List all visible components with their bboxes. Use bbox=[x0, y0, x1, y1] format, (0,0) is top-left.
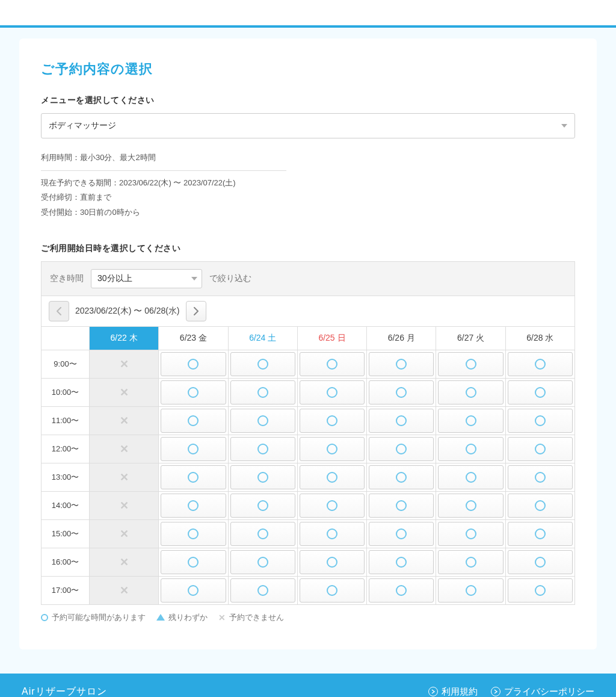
privacy-link[interactable]: プライバシーポリシー bbox=[491, 686, 594, 697]
calendar-cell[interactable] bbox=[367, 406, 436, 435]
slot-available-button[interactable] bbox=[508, 522, 573, 546]
slot-available-button[interactable] bbox=[438, 380, 503, 404]
slot-available-button[interactable] bbox=[230, 522, 295, 546]
calendar-cell[interactable] bbox=[436, 519, 505, 548]
slot-available-button[interactable] bbox=[230, 578, 295, 603]
slot-available-button[interactable] bbox=[300, 550, 365, 574]
slot-available-button[interactable] bbox=[230, 437, 295, 461]
slot-available-button[interactable] bbox=[438, 352, 503, 376]
slot-available-button[interactable] bbox=[300, 409, 365, 433]
calendar-cell[interactable] bbox=[367, 463, 436, 491]
calendar-cell[interactable] bbox=[159, 548, 228, 576]
slot-available-button[interactable] bbox=[161, 352, 226, 376]
calendar-cell[interactable] bbox=[505, 548, 574, 576]
calendar-cell[interactable] bbox=[159, 406, 228, 435]
calendar-cell[interactable] bbox=[367, 435, 436, 463]
calendar-cell[interactable] bbox=[159, 378, 228, 406]
slot-available-button[interactable] bbox=[508, 437, 573, 461]
calendar-cell[interactable] bbox=[159, 491, 228, 519]
calendar-cell[interactable] bbox=[228, 576, 297, 604]
slot-available-button[interactable] bbox=[369, 465, 434, 489]
slot-available-button[interactable] bbox=[438, 437, 503, 461]
calendar-cell[interactable] bbox=[436, 435, 505, 463]
calendar-cell[interactable] bbox=[228, 435, 297, 463]
calendar-cell[interactable] bbox=[228, 378, 297, 406]
calendar-cell[interactable] bbox=[297, 519, 366, 548]
slot-available-button[interactable] bbox=[230, 380, 295, 404]
slot-available-button[interactable] bbox=[161, 522, 226, 546]
calendar-cell[interactable] bbox=[367, 491, 436, 519]
calendar-cell[interactable] bbox=[367, 350, 436, 378]
calendar-cell[interactable] bbox=[367, 519, 436, 548]
slot-available-button[interactable] bbox=[508, 352, 573, 376]
calendar-cell[interactable] bbox=[436, 491, 505, 519]
calendar-cell[interactable] bbox=[297, 406, 366, 435]
calendar-cell[interactable] bbox=[436, 406, 505, 435]
slot-available-button[interactable] bbox=[369, 578, 434, 603]
slot-available-button[interactable] bbox=[300, 578, 365, 603]
slot-available-button[interactable] bbox=[369, 437, 434, 461]
calendar-cell[interactable] bbox=[159, 350, 228, 378]
calendar-cell[interactable] bbox=[228, 406, 297, 435]
terms-link[interactable]: 利用規約 bbox=[428, 686, 478, 697]
slot-available-button[interactable] bbox=[161, 578, 226, 603]
calendar-cell[interactable] bbox=[159, 463, 228, 491]
calendar-cell[interactable] bbox=[159, 435, 228, 463]
slot-available-button[interactable] bbox=[300, 352, 365, 376]
slot-available-button[interactable] bbox=[369, 550, 434, 574]
calendar-cell[interactable] bbox=[505, 378, 574, 406]
slot-available-button[interactable] bbox=[300, 465, 365, 489]
calendar-cell[interactable] bbox=[228, 463, 297, 491]
slot-available-button[interactable] bbox=[161, 409, 226, 433]
calendar-cell[interactable] bbox=[505, 463, 574, 491]
slot-available-button[interactable] bbox=[508, 578, 573, 603]
calendar-cell[interactable] bbox=[436, 548, 505, 576]
calendar-cell[interactable] bbox=[297, 378, 366, 406]
calendar-cell[interactable] bbox=[367, 576, 436, 604]
calendar-cell[interactable] bbox=[228, 519, 297, 548]
slot-available-button[interactable] bbox=[161, 380, 226, 404]
slot-available-button[interactable] bbox=[438, 465, 503, 489]
calendar-cell[interactable] bbox=[367, 548, 436, 576]
slot-available-button[interactable] bbox=[369, 409, 434, 433]
slot-available-button[interactable] bbox=[230, 409, 295, 433]
slot-available-button[interactable] bbox=[508, 465, 573, 489]
slot-available-button[interactable] bbox=[508, 409, 573, 433]
slot-available-button[interactable] bbox=[300, 437, 365, 461]
slot-available-button[interactable] bbox=[230, 465, 295, 489]
calendar-cell[interactable] bbox=[505, 491, 574, 519]
slot-available-button[interactable] bbox=[369, 380, 434, 404]
calendar-cell[interactable] bbox=[297, 463, 366, 491]
calendar-cell[interactable] bbox=[436, 576, 505, 604]
prev-week-button[interactable] bbox=[49, 301, 69, 321]
slot-available-button[interactable] bbox=[230, 494, 295, 518]
calendar-cell[interactable] bbox=[297, 435, 366, 463]
slot-available-button[interactable] bbox=[438, 494, 503, 518]
slot-available-button[interactable] bbox=[438, 522, 503, 546]
calendar-cell[interactable] bbox=[159, 576, 228, 604]
slot-available-button[interactable] bbox=[369, 352, 434, 376]
calendar-cell[interactable] bbox=[436, 350, 505, 378]
calendar-cell[interactable] bbox=[159, 519, 228, 548]
calendar-cell[interactable] bbox=[505, 435, 574, 463]
calendar-cell[interactable] bbox=[228, 350, 297, 378]
calendar-cell[interactable] bbox=[505, 576, 574, 604]
slot-available-button[interactable] bbox=[300, 494, 365, 518]
slot-available-button[interactable] bbox=[438, 550, 503, 574]
calendar-cell[interactable] bbox=[505, 406, 574, 435]
slot-available-button[interactable] bbox=[230, 550, 295, 574]
calendar-cell[interactable] bbox=[297, 576, 366, 604]
calendar-cell[interactable] bbox=[436, 463, 505, 491]
slot-available-button[interactable] bbox=[300, 380, 365, 404]
menu-select[interactable]: ボディマッサージ bbox=[41, 113, 575, 138]
slot-available-button[interactable] bbox=[438, 578, 503, 603]
slot-available-button[interactable] bbox=[508, 550, 573, 574]
slot-available-button[interactable] bbox=[300, 522, 365, 546]
calendar-cell[interactable] bbox=[228, 491, 297, 519]
slot-available-button[interactable] bbox=[369, 522, 434, 546]
calendar-cell[interactable] bbox=[297, 548, 366, 576]
slot-available-button[interactable] bbox=[161, 437, 226, 461]
duration-filter-select[interactable]: 30分以上 bbox=[91, 269, 202, 288]
slot-available-button[interactable] bbox=[508, 494, 573, 518]
slot-available-button[interactable] bbox=[161, 494, 226, 518]
